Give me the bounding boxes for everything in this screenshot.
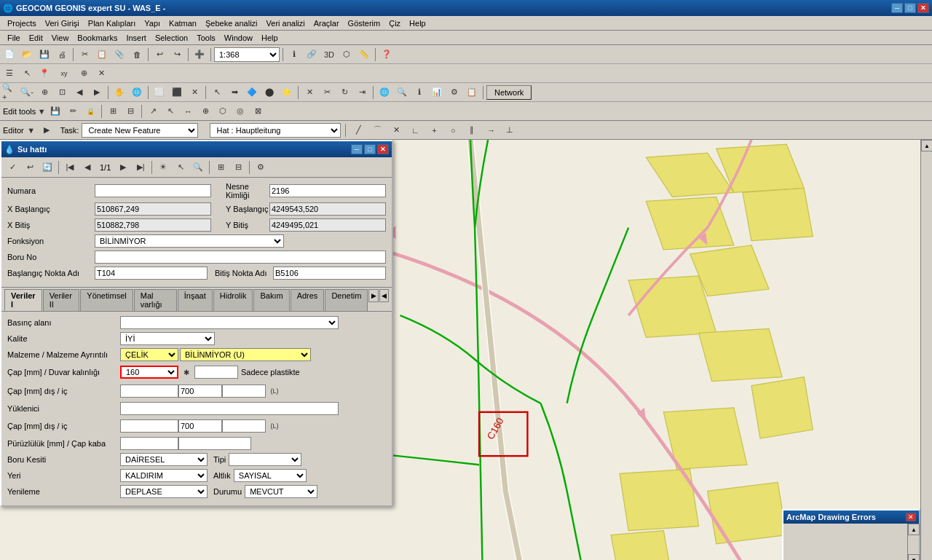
errors-scroll-down[interactable]: ▼ <box>908 554 920 560</box>
form-light-btn[interactable]: ☀ <box>155 159 171 176</box>
draw-parallel-btn[interactable]: ∥ <box>464 122 480 138</box>
cap-dis-ic2-value-input[interactable] <box>178 419 222 433</box>
info-btn[interactable]: ℹ <box>411 84 427 100</box>
form-table-btn[interactable]: ⊞ <box>213 159 229 176</box>
menu-veri-girisi[interactable]: Veri Girişi <box>41 17 84 29</box>
tab-yonetimsel[interactable]: Yönetimsel <box>80 289 133 311</box>
menu-view[interactable]: View <box>47 32 74 44</box>
edit-arrow-btn[interactable]: ➡ <box>226 84 242 100</box>
tipi-select[interactable] <box>229 453 301 466</box>
close-button[interactable]: ✕ <box>917 3 929 13</box>
form-maximize-btn[interactable]: □ <box>364 144 376 154</box>
menu-help2[interactable]: Help <box>257 32 283 44</box>
editor-dropdown[interactable]: ▼ <box>27 122 36 138</box>
find-btn[interactable]: 🔍 <box>394 84 410 100</box>
edit-snap-btn[interactable]: ⊕ <box>197 103 213 119</box>
yeri-select[interactable]: KALDIRIM <box>120 469 208 482</box>
form-extra-btn[interactable]: ⚙ <box>253 159 269 176</box>
cap-dis-ic-extra[interactable] <box>222 384 266 398</box>
draw-x-btn[interactable]: ✕ <box>388 122 404 138</box>
x-bitis-input[interactable] <box>95 218 211 232</box>
scroll-up-btn[interactable]: ▲ <box>921 140 932 151</box>
network-button[interactable]: Network <box>486 85 532 100</box>
extra1-btn[interactable]: 📋 <box>464 84 480 100</box>
menu-plan-kaliplari[interactable]: Plan Kalıpları <box>84 17 140 29</box>
draw-arrow-btn[interactable]: → <box>483 122 499 138</box>
form-refresh-btn[interactable]: 🔄 <box>39 159 55 176</box>
edit-select-btn[interactable]: ↖ <box>209 84 225 100</box>
fwd-btn[interactable]: ▶ <box>89 84 105 100</box>
open-btn[interactable]: 📂 <box>19 47 35 63</box>
edit-rotate-btn[interactable]: ↻ <box>336 84 352 100</box>
cap-dis-ic-input[interactable] <box>120 384 178 398</box>
yenileme-select[interactable]: DEPLASE <box>120 485 208 498</box>
bitis-nokta-adi-input[interactable] <box>273 267 386 280</box>
edit-save-btn[interactable]: 💾 <box>47 103 63 119</box>
zoom-fixed-btn[interactable]: ⊕ <box>36 84 52 100</box>
menu-veri-analizi[interactable]: Veri analizi <box>262 17 309 29</box>
form-prev-btn[interactable]: ◀ <box>79 159 95 176</box>
menu-insert[interactable]: Insert <box>122 32 151 44</box>
draw-angle-btn[interactable]: ∟ <box>407 122 423 138</box>
edit-tool4-btn[interactable]: ⊠ <box>250 103 266 119</box>
form-cancel-btn[interactable]: ↩ <box>22 159 38 176</box>
nesne-kimlik-input[interactable] <box>269 184 386 197</box>
close2-btn[interactable]: ✕ <box>93 66 109 82</box>
task-select[interactable]: Create New Feature <box>82 123 198 138</box>
cap-dis-ic2-extra[interactable] <box>222 419 266 433</box>
draw-endpoint-btn[interactable]: ⊥ <box>502 122 518 138</box>
edit-tools-dropdown[interactable]: ▼ <box>37 103 46 119</box>
data-btn[interactable]: 📊 <box>429 84 445 100</box>
edit-star-btn[interactable]: ⭐ <box>279 84 295 100</box>
clear-selection-btn[interactable]: ✕ <box>186 84 202 100</box>
edit-offset-btn[interactable]: ⇥ <box>354 84 370 100</box>
menu-yapi[interactable]: Yapı <box>140 17 165 29</box>
edit-lock-btn[interactable]: 🔒 <box>82 103 98 119</box>
arcmap-errors-scrollbar[interactable]: ▲ ▼ <box>907 524 919 560</box>
identify-btn[interactable]: ℹ <box>286 47 302 63</box>
menu-edit[interactable]: Edit <box>25 32 47 44</box>
form-zoom-btn[interactable]: 🔍 <box>190 159 206 176</box>
puruzluluk-extra[interactable] <box>178 437 251 450</box>
minimize-button[interactable]: ─ <box>891 3 903 13</box>
tab-bakim[interactable]: Bakım <box>253 289 289 311</box>
tab-scroll-left[interactable]: ◀ <box>379 289 389 302</box>
location-btn[interactable]: 📍 <box>36 66 52 82</box>
zoom-in-btn[interactable]: 🔍+ <box>1 84 17 100</box>
tab-adres[interactable]: Adres <box>291 289 325 311</box>
tab-veriler-2[interactable]: Veriler II <box>43 289 80 311</box>
yuklenici-input[interactable] <box>120 402 339 415</box>
x-baslangic-input[interactable] <box>95 202 211 216</box>
basinc-alani-select[interactable] <box>120 316 339 329</box>
baslangic-nokta-adi-input[interactable] <box>95 267 208 280</box>
delete-btn[interactable]: 🗑 <box>129 47 145 63</box>
form-first-btn[interactable]: |◀ <box>62 159 78 176</box>
menu-sebeke-analizi[interactable]: Şebeke analizi <box>201 17 262 29</box>
edit-move-btn[interactable]: ↔ <box>180 103 196 119</box>
track-btn[interactable]: ⊕ <box>76 66 92 82</box>
edit-tool2-btn[interactable]: ⬡ <box>215 103 231 119</box>
fonksiyon-select[interactable]: BİLİNMİYOR <box>95 234 284 248</box>
edit-tbl-btn[interactable]: ⊞ <box>105 103 121 119</box>
cap-dis-ic2-unit-btn[interactable]: (L) <box>266 418 283 434</box>
form-next-btn[interactable]: ▶ <box>115 159 131 176</box>
add-data-btn[interactable]: ➕ <box>191 47 208 63</box>
tab-veriler-1[interactable]: Veriler I <box>4 289 42 311</box>
edit-grid-btn[interactable]: ⊟ <box>122 103 138 119</box>
copy-btn[interactable]: 📋 <box>94 47 110 63</box>
edit-scissors-btn[interactable]: ✂ <box>319 84 335 100</box>
print-btn[interactable]: 🖨 <box>54 47 70 63</box>
edit-arrow2-btn[interactable]: ↗ <box>145 103 161 119</box>
puruzluluk-input[interactable] <box>120 437 178 450</box>
form-confirm-btn[interactable]: ✓ <box>4 159 20 176</box>
right-scrollbar[interactable]: ▲ ▼ <box>920 140 932 560</box>
cap-dis-ic-value-input[interactable] <box>178 384 222 398</box>
measure-btn[interactable]: 📏 <box>356 47 372 63</box>
arcmap-errors-close[interactable]: ✕ <box>906 513 916 521</box>
draw-line-btn[interactable]: ╱ <box>350 122 366 138</box>
menu-gosterim[interactable]: Gösterim <box>344 17 385 29</box>
hyperlink-btn[interactable]: 🔗 <box>304 47 320 63</box>
edit-cursor-btn[interactable]: ↖ <box>162 103 178 119</box>
kalite-select[interactable]: İYİ <box>120 332 215 345</box>
tab-denetim[interactable]: Denetim <box>325 289 368 311</box>
